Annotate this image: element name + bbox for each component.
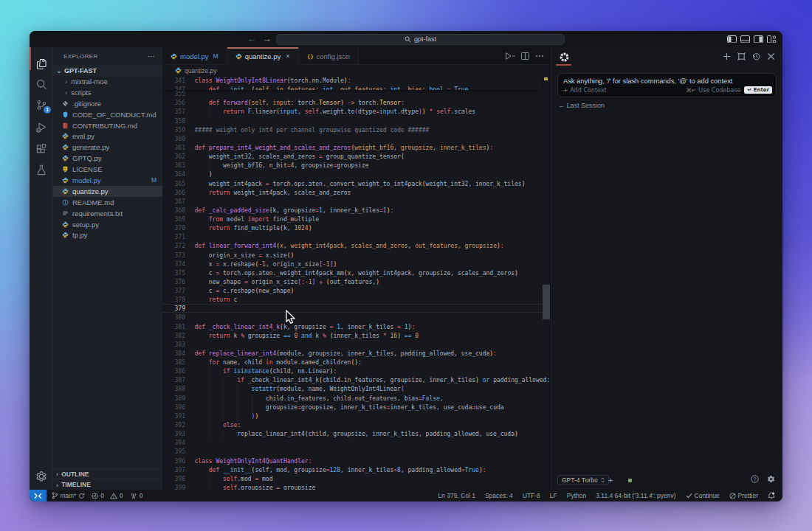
line-number: 377 bbox=[162, 287, 185, 296]
more-actions-icon[interactable] bbox=[535, 55, 544, 58]
explorer-item-scripts[interactable]: ›scripts bbox=[53, 87, 162, 98]
help-icon[interactable]: ? bbox=[751, 475, 759, 483]
split-editor-icon[interactable] bbox=[521, 52, 529, 60]
code-token: WeightOnlyInt8Linear bbox=[216, 77, 286, 84]
toggle-primary-sidebar-icon[interactable] bbox=[727, 35, 737, 44]
sidebar-section-outline[interactable]: › OUTLINE bbox=[53, 468, 162, 479]
language-status[interactable]: Python bbox=[567, 492, 586, 499]
python-file-icon bbox=[175, 67, 182, 74]
eol-status[interactable]: LF bbox=[550, 492, 557, 499]
tab-config-json[interactable]: {}config.json bbox=[299, 47, 359, 65]
explorer-item-readme-md[interactable]: README.md bbox=[53, 197, 162, 208]
explorer-item--gitignore[interactable]: .gitignore bbox=[53, 98, 162, 109]
tab-quantize-py[interactable]: quantize.py× bbox=[227, 47, 299, 65]
code-editor[interactable]: 355356 def forward(self, input: torch.Te… bbox=[162, 77, 550, 490]
icon-shape: {} bbox=[307, 53, 314, 60]
code-line-375: 375 c = torch.ops.aten._weight_int4pack_… bbox=[162, 269, 550, 278]
outline-label: OUTLINE bbox=[61, 471, 89, 478]
git-branch-status[interactable]: main* bbox=[52, 492, 86, 499]
explorer-root-folder[interactable]: ⌄ GPT-FAST bbox=[53, 65, 162, 76]
notifications-bell[interactable] bbox=[768, 492, 775, 499]
nav-back-icon[interactable]: ← bbox=[247, 34, 257, 44]
explorer-item-license[interactable]: LICENSE bbox=[53, 164, 162, 175]
add-context-button[interactable]: + Add Context bbox=[563, 87, 607, 94]
code-line-396: 396class WeightOnlyInt4QuantHandler: bbox=[162, 457, 550, 466]
code-token: : torch. bbox=[291, 100, 320, 106]
code-token: ) bbox=[522, 181, 526, 187]
remote-indicator[interactable]: >< bbox=[30, 490, 47, 502]
explorer-more-icon[interactable]: ⋯ bbox=[148, 52, 156, 60]
code-line-393: 393 replace_linear_int4(child, groupsize… bbox=[162, 430, 550, 439]
gear-icon[interactable] bbox=[767, 475, 775, 483]
explorer-item-requirements-txt[interactable]: requirements.txt bbox=[53, 208, 162, 219]
prettier-status[interactable]: Prettier bbox=[729, 492, 758, 499]
code-text: )) bbox=[195, 412, 259, 421]
continue-logo-icon[interactable] bbox=[560, 52, 569, 63]
toggle-panel-icon[interactable] bbox=[740, 35, 750, 44]
activity-bar: 1 bbox=[30, 47, 53, 490]
code-token: 128 bbox=[330, 467, 340, 473]
explorer-item-setup-py[interactable]: setup.py bbox=[53, 219, 162, 230]
run-python-icon[interactable] bbox=[505, 52, 515, 60]
code-token: else bbox=[223, 422, 237, 428]
chat-input[interactable]: Ask anything, '/' for slash commands, '@… bbox=[557, 73, 777, 97]
explorer-item-gptq-py[interactable]: GPTQ.py bbox=[53, 153, 162, 164]
enter-button[interactable]: ↵ Enter bbox=[744, 86, 772, 94]
nav-forward-icon[interactable]: → bbox=[263, 34, 272, 44]
tab-model-py[interactable]: model.pyM bbox=[162, 47, 227, 65]
file-label: .gitignore bbox=[72, 100, 101, 108]
activity-settings-button[interactable] bbox=[30, 466, 53, 487]
last-session-link[interactable]: ← Last Session bbox=[558, 102, 605, 109]
activity-run-debug-button[interactable] bbox=[30, 117, 53, 137]
activity-explorer-button[interactable] bbox=[30, 53, 53, 74]
code-token: out_features, bbox=[330, 279, 376, 285]
container bbox=[195, 288, 209, 294]
breadcrumb[interactable]: quantize.py bbox=[162, 65, 550, 77]
code-token: : bbox=[309, 458, 312, 465]
model-selector[interactable]: GPT-4 Turbo bbox=[557, 475, 609, 485]
container bbox=[195, 431, 238, 437]
continue-status[interactable]: Continue bbox=[686, 492, 720, 499]
md-red-file-icon bbox=[62, 122, 69, 129]
explorer-item-tp-py[interactable]: tp.py bbox=[53, 229, 162, 240]
explorer-item-code-of-conduct-md[interactable]: CODE_OF_CONDUCT.md bbox=[53, 109, 162, 120]
indentation-status[interactable]: Spaces: 4 bbox=[485, 492, 513, 499]
activity-testing-button[interactable] bbox=[30, 159, 53, 180]
explorer-item-contributing-md[interactable]: CONTRIBUTING.md bbox=[53, 120, 162, 131]
sticky-scroll: 341class WeightOnlyInt8Linear(torch.nn.M… bbox=[162, 77, 542, 90]
explorer-item-eval-py[interactable]: eval.py bbox=[53, 131, 162, 142]
cursor-position-status[interactable]: Ln 379, Col 1 bbox=[438, 492, 475, 499]
new-session-icon[interactable] bbox=[723, 52, 731, 60]
toggle-secondary-sidebar-icon[interactable] bbox=[754, 35, 763, 44]
code-token: : bbox=[358, 359, 362, 366]
problems-status[interactable]: 00 bbox=[92, 492, 123, 499]
code-token: .groupsize bbox=[237, 485, 276, 490]
close-tab-icon[interactable]: × bbox=[286, 52, 289, 60]
python-interpreter-status[interactable]: 3.11.4 64-bit ('3.11.4': pyenv) bbox=[596, 492, 675, 499]
explorer-item-mixtral-moe[interactable]: ›mixtral-moe bbox=[53, 76, 162, 87]
code-token: use_cuda bbox=[475, 404, 504, 411]
customize-layout-icon[interactable] bbox=[767, 35, 777, 44]
sidebar-section-timeline[interactable]: › TIMELINE bbox=[53, 479, 162, 490]
container bbox=[195, 181, 209, 187]
code-line-397: 397 def __init__(self, mod, groupsize=12… bbox=[162, 466, 550, 475]
explorer-item-generate-py[interactable]: generate.py bbox=[53, 142, 162, 153]
close-icon[interactable] bbox=[767, 52, 775, 60]
code-line-365: 365 weight_int4pack = torch.ops.aten._co… bbox=[162, 180, 550, 189]
history-icon[interactable] bbox=[752, 52, 760, 60]
activity-source-control-button[interactable]: 1 bbox=[30, 94, 53, 115]
bell-icon[interactable] bbox=[768, 492, 775, 499]
ports-status[interactable]: 0 bbox=[130, 492, 143, 499]
code-line-399: 399 self.groupsize = groupsize bbox=[162, 484, 550, 490]
fullscreen-icon[interactable] bbox=[737, 52, 746, 60]
encoding-status[interactable]: UTF-8 bbox=[523, 492, 540, 499]
activity-extensions-button[interactable] bbox=[30, 139, 53, 159]
activity-search-button[interactable] bbox=[30, 74, 53, 94]
explorer-item-model-py[interactable]: model.pyM bbox=[53, 175, 162, 186]
editor-scrollbar[interactable] bbox=[543, 285, 550, 319]
icon-shape bbox=[43, 103, 45, 105]
code-token: new_shape bbox=[258, 288, 290, 294]
command-center-search[interactable]: gpt-fast bbox=[276, 34, 565, 46]
explorer-item-quantize-py[interactable]: quantize.py bbox=[53, 186, 162, 197]
add-model-button[interactable]: + bbox=[608, 476, 613, 485]
